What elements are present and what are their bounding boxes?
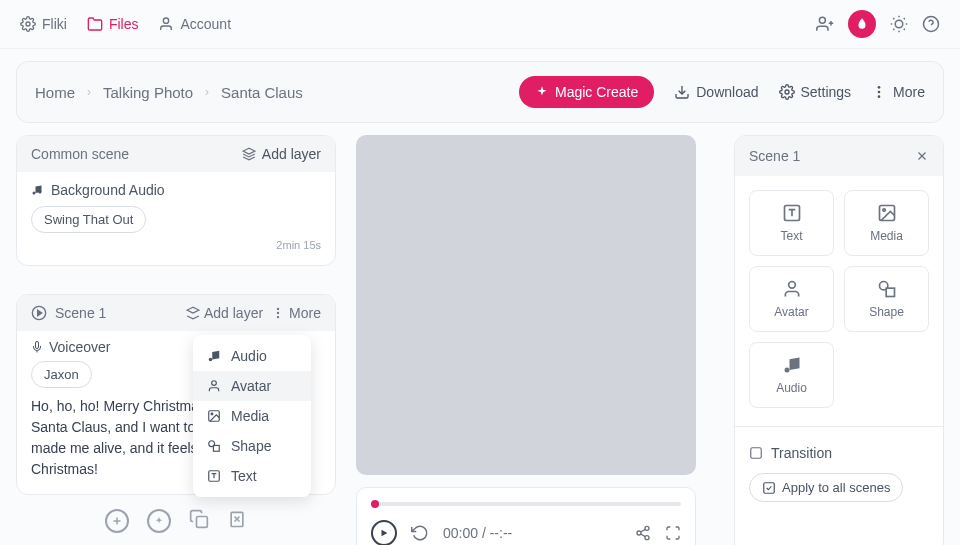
right-options: Transition Apply to all scenes [735, 431, 943, 516]
download-button[interactable]: Download [674, 84, 758, 100]
chevron-right-icon: › [205, 85, 209, 99]
nav-left: Fliki Files Account [20, 16, 231, 32]
svg-point-19 [878, 91, 881, 94]
add-scene-button[interactable] [105, 509, 129, 533]
add-layer-button[interactable]: Add layer [242, 146, 321, 162]
more-button[interactable]: More [871, 84, 925, 100]
tile-shape[interactable]: Shape [844, 266, 929, 332]
theme-icon[interactable] [890, 15, 908, 33]
ai-scene-button[interactable] [147, 509, 171, 533]
help-icon[interactable] [922, 15, 940, 33]
music-note-icon [782, 355, 802, 375]
user-icon [207, 379, 221, 393]
voiceover-label: Voiceover [49, 339, 110, 355]
common-scene-body: Background Audio Swing That Out 2min 15s [17, 172, 335, 265]
right-column: Scene 1 Text Media Avatar Shap [734, 135, 944, 545]
progress-handle[interactable] [371, 500, 379, 508]
svg-point-46 [637, 531, 641, 535]
svg-point-2 [819, 17, 825, 23]
layers-icon [186, 306, 200, 320]
breadcrumb-folder[interactable]: Talking Photo [103, 84, 193, 101]
dropdown-shape-label: Shape [231, 438, 271, 454]
play-icon [379, 528, 389, 538]
duration-label: 2min 15s [31, 239, 321, 251]
add-layer-label: Add layer [262, 146, 321, 162]
gear-icon [20, 16, 36, 32]
bg-audio-row[interactable]: Background Audio [31, 182, 321, 198]
svg-rect-40 [197, 517, 208, 528]
dropdown-text[interactable]: Text [193, 461, 311, 491]
breadcrumb-home[interactable]: Home [35, 84, 75, 101]
tile-text-label: Text [780, 229, 802, 243]
tile-shape-label: Shape [869, 305, 904, 319]
breadcrumb-current: Santa Claus [221, 84, 303, 101]
tile-audio-label: Audio [776, 381, 807, 395]
preview-canvas[interactable] [356, 135, 696, 475]
dropdown-shape[interactable]: Shape [193, 431, 311, 461]
dropdown-audio[interactable]: Audio [193, 341, 311, 371]
svg-point-18 [878, 86, 881, 89]
transition-checkbox[interactable]: Transition [749, 445, 929, 461]
svg-point-47 [645, 536, 649, 540]
tile-audio[interactable]: Audio [749, 342, 834, 408]
layers-icon [242, 147, 256, 161]
voice-chip[interactable]: Jaxon [31, 361, 92, 388]
settings-button[interactable]: Settings [779, 84, 852, 100]
plus-icon [111, 515, 123, 527]
tile-text[interactable]: Text [749, 190, 834, 256]
svg-marker-21 [243, 148, 255, 154]
transition-label: Transition [771, 445, 832, 461]
svg-line-8 [893, 18, 894, 19]
toolbar: Home › Talking Photo › Santa Claus Magic… [16, 61, 944, 123]
dropdown-avatar[interactable]: Avatar [193, 371, 311, 401]
apply-all-button[interactable]: Apply to all scenes [749, 473, 903, 502]
divider [735, 426, 943, 427]
scene-more-label: More [289, 305, 321, 321]
svg-marker-44 [382, 530, 388, 537]
svg-point-20 [878, 95, 881, 98]
invite-icon[interactable] [816, 15, 834, 33]
center-column: 00:00 / --:-- [356, 135, 714, 545]
delete-icon[interactable] [227, 509, 247, 529]
magic-create-button[interactable]: Magic Create [519, 76, 654, 108]
play-button[interactable] [371, 520, 397, 545]
apply-icon [762, 481, 776, 495]
svg-point-45 [645, 526, 649, 530]
text-icon [782, 203, 802, 223]
user-avatar[interactable] [848, 10, 876, 38]
audio-track-chip[interactable]: Swing That Out [31, 206, 146, 233]
nav-brand[interactable]: Fliki [20, 16, 67, 32]
scene-add-layer-label: Add layer [204, 305, 263, 321]
scene-add-layer-button[interactable]: Add layer [186, 305, 263, 321]
fullscreen-icon[interactable] [665, 525, 681, 541]
download-icon [674, 84, 690, 100]
progress-bar[interactable] [371, 502, 681, 506]
close-icon[interactable] [915, 149, 929, 163]
account-label: Account [180, 16, 231, 32]
rewind-icon[interactable] [411, 524, 429, 542]
user-icon [782, 279, 802, 299]
image-icon [207, 409, 221, 423]
svg-rect-36 [213, 445, 219, 451]
play-circle-icon[interactable] [31, 305, 47, 321]
tile-media[interactable]: Media [844, 190, 929, 256]
svg-rect-59 [751, 448, 762, 459]
more-vertical-icon [871, 84, 887, 100]
share-icon[interactable] [635, 525, 651, 541]
nav-files[interactable]: Files [87, 16, 139, 32]
apply-all-label: Apply to all scenes [782, 480, 890, 495]
svg-point-55 [788, 282, 795, 289]
timecode: 00:00 / --:-- [443, 525, 512, 541]
player-left: 00:00 / --:-- [371, 520, 512, 545]
settings-label: Settings [801, 84, 852, 100]
svg-point-34 [211, 413, 213, 415]
bg-audio-label: Background Audio [51, 182, 165, 198]
scene-more-button[interactable]: More [271, 305, 321, 321]
dropdown-media[interactable]: Media [193, 401, 311, 431]
copy-icon[interactable] [189, 509, 209, 529]
scene-actions [16, 509, 336, 533]
svg-point-5 [895, 20, 903, 28]
tile-avatar[interactable]: Avatar [749, 266, 834, 332]
nav-account[interactable]: Account [158, 16, 231, 32]
tile-avatar-label: Avatar [774, 305, 808, 319]
